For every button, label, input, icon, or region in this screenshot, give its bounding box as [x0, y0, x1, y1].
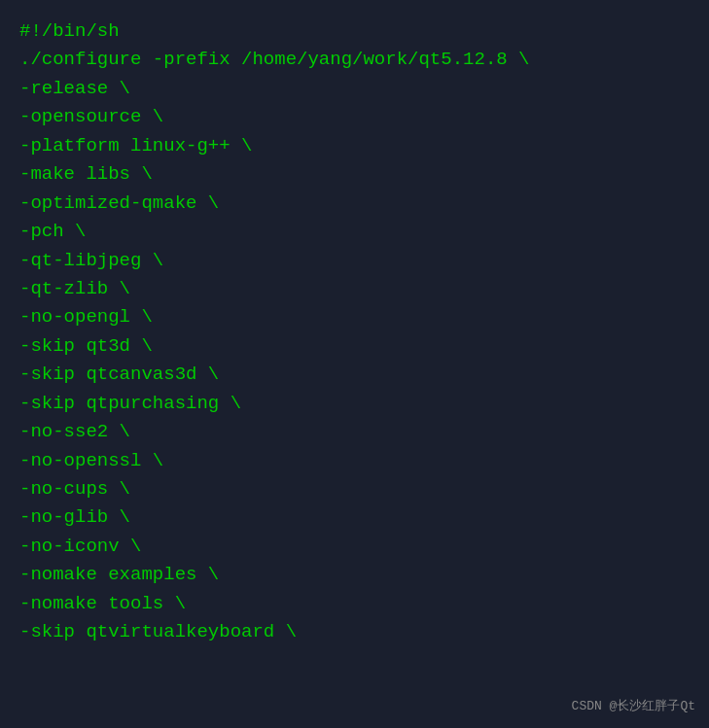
- watermark: CSDN @长沙红胖子Qt: [572, 697, 695, 714]
- code-line: -nomake tools \: [19, 590, 690, 618]
- code-line: -make libs \: [19, 160, 690, 189]
- code-line: -nomake examples \: [19, 561, 690, 589]
- code-line: ./configure -prefix /home/yang/work/qt5.…: [19, 46, 690, 74]
- code-line: -qt-zlib \: [19, 275, 690, 303]
- code-line: -no-iconv \: [19, 533, 690, 561]
- code-line: -no-cups \: [19, 475, 690, 503]
- code-line: -skip qt3d \: [19, 332, 690, 361]
- code-line: -pch \: [19, 218, 690, 246]
- code-block: #!/bin/sh./configure -prefix /home/yang/…: [19, 17, 690, 647]
- code-line: -no-openssl \: [19, 447, 690, 475]
- code-line: -skip qtcanvas3d \: [19, 361, 690, 389]
- code-line: -no-opengl \: [19, 303, 690, 331]
- code-line: -no-sse2 \: [19, 418, 690, 446]
- code-line: -platform linux-g++ \: [19, 132, 690, 160]
- code-line: -qt-libjpeg \: [19, 247, 690, 275]
- code-line: -no-glib \: [19, 503, 690, 532]
- code-line: -optimized-qmake \: [19, 190, 690, 218]
- code-line: -skip qtpurchasing \: [19, 390, 690, 418]
- code-line: -release \: [19, 75, 690, 103]
- code-line: #!/bin/sh: [19, 17, 690, 46]
- terminal-window: #!/bin/sh./configure -prefix /home/yang/…: [0, 0, 709, 728]
- code-line: -opensource \: [19, 103, 690, 131]
- code-line: -skip qtvirtualkeyboard \: [19, 618, 690, 646]
